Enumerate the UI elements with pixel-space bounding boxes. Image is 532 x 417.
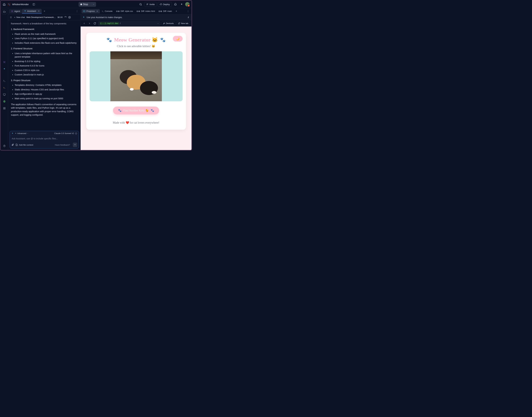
svg-rect-14 <box>3 94 5 95</box>
back-icon[interactable] <box>82 21 86 25</box>
rail-console-icon[interactable] <box>2 85 7 90</box>
run-stop-button[interactable]: Stop <box>79 2 96 7</box>
app-footer: Made with ❤️ for cat lovers everywhere! <box>90 121 183 124</box>
rail-assistant-icon[interactable] <box>2 66 7 72</box>
chat-input-field[interactable]: Ask Assistant, use @ to include specific… <box>10 136 79 141</box>
deploy-button[interactable]: Deploy <box>158 2 172 7</box>
home-icon[interactable] <box>2 3 6 6</box>
paw-icon: 🐾 <box>151 109 154 112</box>
tab-diff-index[interactable]: ⊖⊕ Diff: index.html <box>135 9 157 13</box>
cat-image <box>110 51 162 101</box>
go-icon[interactable]: → <box>157 22 159 24</box>
list-item: Templates directory: Contains HTML templ… <box>15 83 78 87</box>
layout-toggle-icon[interactable] <box>31 2 37 7</box>
svg-rect-18 <box>5 107 5 108</box>
app-logo-icon: 🐾 <box>8 3 10 6</box>
section-3-list: Templates directory: Contains HTML templ… <box>11 83 78 100</box>
svg-point-24 <box>12 10 13 11</box>
assistant-banner: Use your Assistant to make changes. <box>80 14 191 20</box>
chat-list-icon[interactable] <box>10 16 12 19</box>
find-kitty-button[interactable]: 🐾 Find Another Kitty 🐈 🐾 <box>113 107 159 115</box>
chat-title: Web Development Framework Disc... <box>26 16 56 18</box>
section-2-list: Uses a template inheritance pattern with… <box>11 52 78 76</box>
top-bar: 🐾 WhiskerWonder Stop Invite Deploy <box>1 1 191 8</box>
left-tab-bar: Agent Assistant ✕ ＋ ⋮ <box>8 8 80 14</box>
feedback-link[interactable]: Have feedback? <box>55 144 70 146</box>
notifications-icon[interactable] <box>173 2 178 7</box>
url-host: {...}.replit.dev <box>100 22 119 25</box>
tab-agent[interactable]: Agent <box>9 9 22 13</box>
reload-icon[interactable] <box>93 21 97 25</box>
paw-icon: 🐾 <box>107 37 112 42</box>
devtools-button[interactable]: Devtools <box>161 21 175 25</box>
svg-point-25 <box>11 11 12 12</box>
new-tab-button[interactable]: New tab <box>177 21 190 25</box>
model-selector[interactable]: Claude 3.5 Sonnet V2 <box>54 132 77 135</box>
add-file-context-button[interactable]: Add file context <box>15 144 33 146</box>
rail-apps-icon[interactable] <box>2 106 7 111</box>
svg-point-23 <box>11 10 12 11</box>
section-1-list: Flask serves as the main web framework U… <box>11 32 78 45</box>
svg-rect-19 <box>3 108 4 109</box>
chat-input-box: Advanced Claude 3.5 Sonnet V2 Ask Assist… <box>10 131 79 148</box>
close-icon[interactable]: ✕ <box>38 10 40 12</box>
diff-icon: ⊖⊕ <box>158 10 162 12</box>
list-item: Font Awesome 6.4.0 for icons <box>15 64 78 67</box>
app-subtitle: Click to see adorable kitties! 🐱 <box>90 44 183 48</box>
close-icon[interactable]: ✕ <box>96 10 98 12</box>
svg-rect-0 <box>33 3 35 5</box>
svg-point-8 <box>5 61 5 62</box>
chevron-down-icon <box>27 133 29 134</box>
sparkle-icon[interactable] <box>179 2 184 7</box>
run-dropdown-icon[interactable] <box>91 2 96 6</box>
tab-more-icon[interactable]: ⋮ <box>186 9 191 13</box>
url-path: / <box>120 22 121 24</box>
diff-icon: ⊖⊕ <box>116 10 120 12</box>
new-tab-button[interactable]: ＋ <box>42 9 47 14</box>
rail-preview-icon[interactable] <box>2 92 7 97</box>
paw-icon: 🐾 <box>118 109 121 112</box>
advanced-toggle[interactable]: Advanced <box>15 132 29 135</box>
list-item: Uses a template inheritance pattern with… <box>15 52 78 59</box>
svg-point-22 <box>4 146 4 147</box>
tab-assistant[interactable]: Assistant ✕ <box>22 9 42 14</box>
svg-point-9 <box>3 63 4 63</box>
expand-icon[interactable] <box>187 16 190 19</box>
right-panel: Progress ✕ Console ⊖⊕ Diff: style.css ⊖⊕… <box>80 8 191 150</box>
usage-meter-icon[interactable] <box>64 16 67 19</box>
svg-point-26 <box>12 11 13 12</box>
new-tab-button[interactable]: ＋ <box>174 9 179 13</box>
list-item: Uses Python 3.11 (as specified in pyproj… <box>15 37 78 40</box>
rail-shell-icon[interactable] <box>2 78 7 83</box>
help-icon[interactable] <box>2 143 7 148</box>
assistant-spark-icon <box>11 132 14 135</box>
stop-label: Stop <box>83 3 88 6</box>
settings-icon[interactable] <box>68 16 71 19</box>
rail-agent-icon[interactable] <box>2 60 7 65</box>
stop-icon <box>80 4 82 5</box>
search-icon[interactable] <box>138 2 143 7</box>
user-avatar[interactable] <box>185 2 190 7</box>
attachment-icon[interactable] <box>11 144 14 146</box>
activity-rail <box>1 8 8 150</box>
tab-diff-style[interactable]: ⊖⊕ Diff: style.css <box>114 9 135 13</box>
url-input[interactable]: {...}.replit.dev / → <box>98 21 160 26</box>
theme-toggle-button[interactable]: 🌙 <box>173 36 183 42</box>
send-button[interactable] <box>73 143 77 147</box>
project-name[interactable]: WhiskerWonder <box>12 3 29 6</box>
list-item: Bootstrap 5.3.0 for styling <box>15 60 78 63</box>
new-chat-button[interactable]: ＋ New chat <box>14 16 25 19</box>
app-title: Meow Generator 🐱 <box>114 37 158 43</box>
chat-closing-paragraph: The application follows Flask's conventi… <box>11 103 78 117</box>
tab-diff-main[interactable]: ⊖⊕ Diff: main <box>157 9 173 13</box>
svg-point-7 <box>3 61 4 62</box>
tab-more-icon[interactable]: ⋮ <box>75 9 80 13</box>
assistant-spark-icon <box>82 16 85 19</box>
progress-icon <box>83 10 85 12</box>
rail-deploy-icon[interactable] <box>2 99 7 104</box>
tab-console[interactable]: Console <box>100 9 114 13</box>
invite-button[interactable]: Invite <box>144 2 157 7</box>
files-icon[interactable] <box>2 9 7 14</box>
forward-icon[interactable] <box>88 21 91 25</box>
tab-progress[interactable]: Progress ✕ <box>81 9 100 13</box>
